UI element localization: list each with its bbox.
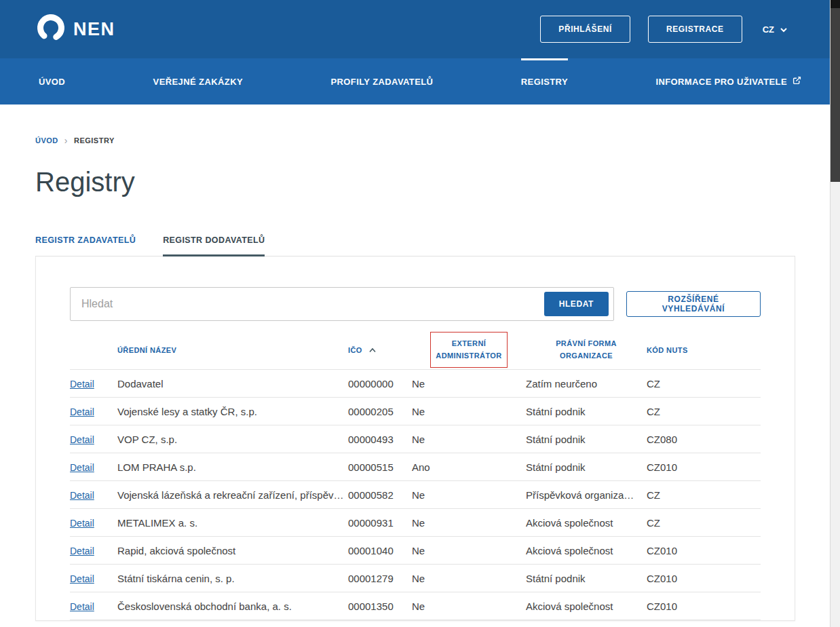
cell-ico: 00000582 bbox=[348, 489, 412, 501]
search-input[interactable] bbox=[70, 287, 614, 321]
breadcrumb-separator-icon: › bbox=[64, 136, 68, 145]
detail-link[interactable]: Detail bbox=[70, 490, 94, 501]
cell-external-admin: Ne bbox=[412, 517, 526, 529]
cell-legal-form: Státní podnik bbox=[526, 461, 647, 473]
nav-item-label: INFORMACE PRO UŽIVATELE bbox=[655, 77, 787, 87]
cell-nuts: CZ bbox=[647, 378, 761, 390]
login-button[interactable]: PŘIHLÁŠENÍ bbox=[540, 16, 630, 43]
column-header-ico[interactable]: IČO bbox=[348, 346, 412, 354]
nav-item-informace-pro-uzivatele[interactable]: INFORMACE PRO UŽIVATELE bbox=[655, 58, 801, 104]
cell-legal-form: Státní podnik bbox=[526, 434, 647, 445]
registry-card: HLEDAT ROZŠÍŘENÉ VYHLEDÁVÁNÍ ÚŘEDNÍ NÁZE… bbox=[35, 256, 795, 621]
cell-legal-form: Státní podnik bbox=[526, 573, 647, 584]
nav-item-registry[interactable]: REGISTRY bbox=[521, 58, 568, 104]
cell-official-name: LOM PRAHA s.p. bbox=[117, 461, 348, 473]
main-nav: ÚVOD VEŘEJNÉ ZAKÁZKY PROFILY ZADAVATELŮ … bbox=[0, 58, 840, 104]
column-header-legal-form-label: PRÁVNÍ FORMA ORGANIZACE bbox=[545, 338, 628, 361]
table-row: Detail Československá obchodní banka, a.… bbox=[70, 592, 761, 620]
cell-official-name: VOP CZ, s.p. bbox=[117, 434, 348, 445]
detail-link[interactable]: Detail bbox=[70, 434, 94, 445]
language-selector[interactable]: CZ bbox=[760, 20, 790, 39]
table-row: Detail Dodavatel 00000000 Ne Zatím neurč… bbox=[70, 370, 761, 398]
detail-link[interactable]: Detail bbox=[70, 518, 94, 529]
cell-nuts: CZ bbox=[647, 517, 761, 529]
table-row: Detail LOM PRAHA s.p. 00000515 Ano Státn… bbox=[70, 453, 761, 481]
nav-item-label: PROFILY ZADAVATELŮ bbox=[330, 77, 433, 87]
scrollbar-thumb[interactable] bbox=[831, 8, 840, 182]
advanced-search-button[interactable]: ROZŠÍŘENÉ VYHLEDÁVÁNÍ bbox=[626, 291, 761, 317]
nav-item-verejne-zakazky[interactable]: VEŘEJNÉ ZAKÁZKY bbox=[153, 58, 243, 104]
detail-link[interactable]: Detail bbox=[70, 573, 94, 584]
cell-ico: 00001350 bbox=[348, 601, 412, 612]
top-header: NEN PŘIHLÁŠENÍ REGISTRACE CZ bbox=[0, 0, 840, 58]
cell-official-name: Dodavatel bbox=[117, 378, 348, 390]
vertical-scrollbar[interactable] bbox=[830, 0, 840, 627]
register-button[interactable]: REGISTRACE bbox=[648, 16, 742, 43]
column-header-legal-form[interactable]: PRÁVNÍ FORMA ORGANIZACE bbox=[526, 338, 647, 361]
tabs: REGISTR ZADAVATELŮ REGISTR DODAVATELŮ bbox=[35, 230, 795, 256]
sort-asc-icon bbox=[368, 346, 377, 354]
header-actions: PŘIHLÁŠENÍ REGISTRACE CZ bbox=[540, 16, 790, 43]
search-row: HLEDAT ROZŠÍŘENÉ VYHLEDÁVÁNÍ bbox=[70, 287, 761, 321]
cell-nuts: CZ010 bbox=[647, 601, 761, 612]
detail-link[interactable]: Detail bbox=[70, 406, 94, 417]
cell-nuts: CZ bbox=[647, 489, 761, 501]
detail-link[interactable]: Detail bbox=[70, 379, 94, 390]
cell-ico: 00000205 bbox=[348, 406, 412, 417]
column-header-external-admin[interactable]: EXTERNÍ ADMINISTRÁTOR bbox=[412, 332, 526, 367]
cell-legal-form: Akciová společnost bbox=[526, 601, 647, 612]
table-row: Detail Vojenské lesy a statky ČR, s.p. 0… bbox=[70, 398, 761, 425]
detail-link[interactable]: Detail bbox=[70, 601, 94, 612]
column-header-ico-label: IČO bbox=[348, 346, 362, 354]
table-row: Detail Rapid, akciová společnost 0000104… bbox=[70, 537, 761, 565]
column-header-official-name[interactable]: ÚŘEDNÍ NÁZEV bbox=[117, 346, 348, 354]
page-title: Registry bbox=[35, 167, 795, 197]
logo-text: NEN bbox=[73, 19, 115, 40]
cell-external-admin: Ne bbox=[412, 434, 526, 445]
cell-nuts: CZ010 bbox=[647, 461, 761, 473]
cell-external-admin: Ne bbox=[412, 601, 526, 612]
cell-official-name: Vojenské lesy a statky ČR, s.p. bbox=[117, 406, 348, 417]
nav-item-profily-zadavatelu[interactable]: PROFILY ZADAVATELŮ bbox=[330, 58, 433, 104]
language-label: CZ bbox=[763, 24, 774, 35]
cell-external-admin: Ano bbox=[412, 461, 526, 473]
cell-ico: 00000493 bbox=[348, 434, 412, 445]
tab-registr-dodavatelu[interactable]: REGISTR DODAVATELŮ bbox=[163, 230, 265, 256]
nav-item-label: ÚVOD bbox=[39, 77, 65, 87]
cell-legal-form: Státní podnik bbox=[526, 406, 647, 417]
cell-ico: 00000000 bbox=[348, 378, 412, 390]
cell-official-name: Státní tiskárna cenin, s. p. bbox=[117, 573, 348, 584]
detail-link[interactable]: Detail bbox=[70, 462, 94, 473]
detail-link[interactable]: Detail bbox=[70, 546, 94, 556]
cell-external-admin: Ne bbox=[412, 378, 526, 390]
cell-legal-form: Akciová společnost bbox=[526, 545, 647, 556]
breadcrumb-home-link[interactable]: ÚVOD bbox=[35, 136, 58, 145]
table-row: Detail Vojenská lázeňská a rekreační zař… bbox=[70, 481, 761, 509]
cell-external-admin: Ne bbox=[412, 573, 526, 584]
column-header-nuts[interactable]: KÓD NUTS bbox=[647, 346, 761, 354]
cell-external-admin: Ne bbox=[412, 406, 526, 417]
table-header: ÚŘEDNÍ NÁZEV IČO EXTERNÍ ADMINISTRÁTOR P… bbox=[70, 330, 761, 370]
cell-legal-form: Zatím neurčeno bbox=[526, 378, 647, 390]
nav-item-uvod[interactable]: ÚVOD bbox=[39, 58, 65, 104]
cell-legal-form: Akciová společnost bbox=[526, 517, 647, 529]
chevron-down-icon bbox=[780, 24, 788, 35]
search-box: HLEDAT bbox=[70, 287, 614, 321]
main-content: ÚVOD › REGISTRY Registry REGISTR ZADAVAT… bbox=[0, 136, 840, 621]
cell-official-name: Vojenská lázeňská a rekreační zařízení, … bbox=[117, 489, 348, 501]
breadcrumb-current: REGISTRY bbox=[74, 136, 115, 145]
cell-ico: 00001279 bbox=[348, 573, 412, 584]
table-row: Detail VOP CZ, s.p. 00000493 Ne Státní p… bbox=[70, 425, 761, 453]
nen-logo[interactable]: NEN bbox=[35, 12, 115, 46]
table-body: Detail Dodavatel 00000000 Ne Zatím neurč… bbox=[70, 370, 761, 620]
cell-official-name: Československá obchodní banka, a. s. bbox=[117, 601, 348, 612]
nen-logo-icon bbox=[35, 12, 66, 46]
table-row: Detail METALIMEX a. s. 00000931 Ne Akcio… bbox=[70, 509, 761, 537]
search-button[interactable]: HLEDAT bbox=[544, 292, 609, 316]
tab-registr-zadavatelu[interactable]: REGISTR ZADAVATELŮ bbox=[35, 230, 136, 256]
cell-external-admin: Ne bbox=[412, 489, 526, 501]
cell-nuts: CZ080 bbox=[647, 434, 761, 445]
cell-external-admin: Ne bbox=[412, 545, 526, 556]
scroll-up-button[interactable] bbox=[831, 0, 840, 8]
suppliers-table: ÚŘEDNÍ NÁZEV IČO EXTERNÍ ADMINISTRÁTOR P… bbox=[70, 330, 761, 620]
